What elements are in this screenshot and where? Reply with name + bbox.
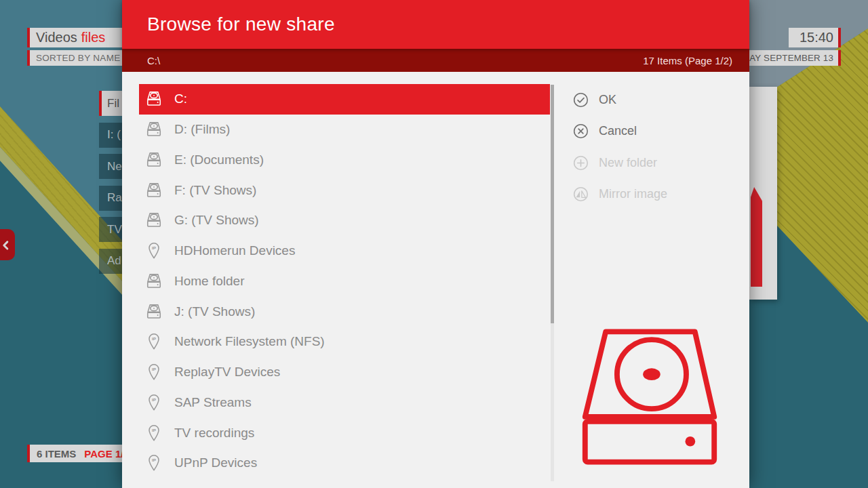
background-card-red-shape [751,187,762,287]
svg-text:IP: IP [152,397,156,402]
list-item[interactable]: IPSAP Streams [139,388,550,418]
scrollbar[interactable] [551,85,554,481]
sort-label: SORTED BY NAME [27,50,132,66]
svg-text:IP: IP [152,245,156,250]
background-card [749,87,777,300]
items-count: 6 ITEMS [37,448,76,460]
back-button[interactable] [0,229,15,260]
harddisk-preview-icon [578,327,722,469]
new-folder-icon [572,155,589,171]
network-location-icon: IP [144,423,164,443]
scrollbar-thumb[interactable] [551,85,554,323]
list-item-label: HDHomerun Devices [174,243,295,258]
list-item[interactable]: IPUPnP Devices [139,448,550,479]
list-item[interactable]: C: [139,84,550,115]
videos-header: Videos files [27,28,132,47]
cancel-button[interactable]: Cancel [572,116,742,148]
list-item[interactable]: IPReplayTV Devices [139,357,550,388]
date-label: RDAY SEPTEMBER 13 [745,50,841,66]
list-item-label: E: (Documents) [174,152,264,167]
clock: 15:40 [789,28,841,47]
mirror-image-icon [572,186,589,203]
mirror-image-button: Mirror image [572,179,742,211]
share-list: C:D: (Films)E: (Documents)F: (TV Shows)G… [139,84,550,479]
dialog-title: Browse for new share [122,0,749,49]
videos-header-accent: files [81,30,106,45]
cancel-circle-icon [572,123,589,140]
list-item[interactable]: IPTV recordings [139,418,550,448]
ok-circle-icon [572,92,589,108]
list-item[interactable]: IPNetwork Filesystem (NFS) [139,327,550,357]
harddisk-icon [144,210,164,230]
button-label: New folder [599,156,657,170]
list-item[interactable]: F: (TV Shows) [139,175,550,205]
list-item[interactable]: Home folder [139,266,550,297]
harddisk-icon [144,302,164,322]
list-item-label: F: (TV Shows) [174,183,256,198]
svg-text:IP: IP [152,367,156,371]
list-item-label: UPnP Devices [174,455,257,470]
svg-text:IP: IP [152,428,156,432]
dialog-body: C:D: (Films)E: (Documents)F: (TV Shows)G… [122,72,749,488]
list-item-label: TV recordings [174,426,254,441]
breadcrumb-bar: C:\ 17 Items (Page 1/2) [122,49,749,72]
harddisk-icon [144,271,164,291]
list-item-label: J: (TV Shows) [174,304,255,319]
button-label: Cancel [599,124,637,138]
chevron-left-icon [0,237,14,252]
list-item-label: Network Filesystem (NFS) [174,334,325,349]
list-item[interactable]: J: (TV Shows) [139,296,550,327]
list-item-label: Home folder [174,274,245,289]
button-label: OK [599,93,616,107]
list-item-label: SAP Streams [174,395,252,410]
list-item[interactable]: E: (Documents) [139,145,550,176]
page-count: PAGE 1/1 [84,448,125,460]
network-location-icon: IP [144,362,164,382]
harddisk-icon [144,150,164,170]
list-item-label: C: [174,92,187,106]
list-item-label: G: (TV Shows) [174,213,259,228]
network-location-icon: IP [144,241,164,261]
breadcrumb-path: C:\ [147,55,160,66]
network-location-icon: IP [144,453,164,473]
new-folder-button: New folder [572,147,742,179]
network-location-icon: IP [144,331,164,352]
dialog-actions: OKCancelNew folderMirror image [572,84,742,210]
list-item[interactable]: G: (TV Shows) [139,205,550,236]
svg-text:IP: IP [152,458,156,463]
harddisk-icon [144,119,164,140]
list-item[interactable]: IPHDHomerun Devices [139,236,550,266]
svg-text:IP: IP [152,337,156,342]
harddisk-icon [144,89,164,109]
ok-button[interactable]: OK [572,84,742,116]
screen: Videos files SORTED BY NAME 15:40 RDAY S… [0,0,868,488]
videos-header-main: Videos [36,30,77,45]
network-location-icon: IP [144,392,164,413]
list-item[interactable]: D: (Films) [139,115,550,145]
list-item-label: D: (Films) [174,122,230,137]
button-label: Mirror image [599,187,667,201]
browse-share-dialog: Browse for new share C:\ 17 Items (Page … [122,0,749,488]
breadcrumb-items-info: 17 Items (Page 1/2) [643,55,732,66]
items-count-bar: 6 ITEMS PAGE 1/1 [27,445,125,462]
list-item-label: ReplayTV Devices [174,365,280,380]
harddisk-icon [144,180,164,201]
